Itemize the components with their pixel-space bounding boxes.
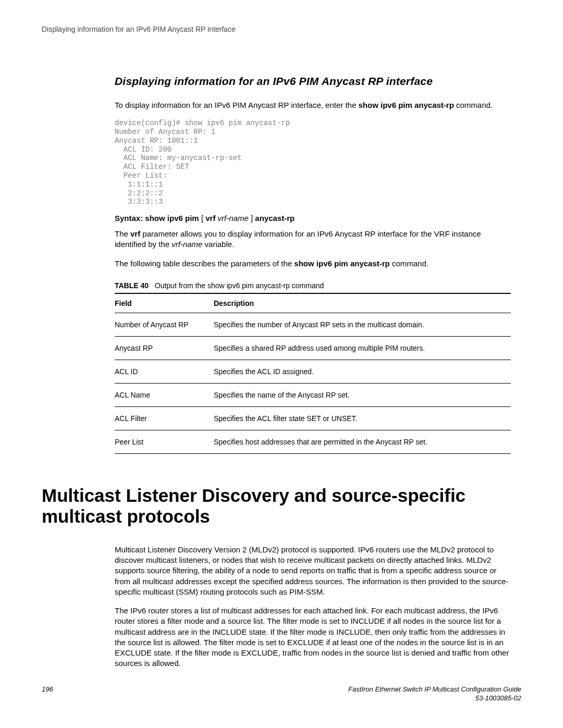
page-footer: 196 FastIron Ethernet Switch IP Multicas…: [42, 685, 521, 703]
table-lead-a: The following table describes the parame…: [115, 259, 294, 268]
syntax-cmd1: show ipv6 pim: [145, 214, 199, 223]
table-row: Number of Anycast RP Specifies the numbe…: [115, 313, 511, 336]
table-header-row: Field Description: [115, 293, 511, 313]
vrf-text-e: variable.: [202, 240, 234, 249]
footer-book-title: FastIron Ethernet Switch IP Multicast Co…: [348, 685, 521, 693]
cell-field: ACL Filter: [115, 406, 214, 430]
table-row: Peer List Specifies host addresses that …: [115, 430, 511, 453]
cell-field: Anycast RP: [115, 336, 214, 360]
footer-doc-number: 53-1003085-02: [475, 694, 521, 702]
th-desc: Description: [214, 293, 511, 313]
cell-desc: Specifies the ACL ID assigned.: [214, 360, 511, 383]
intro-text-pre: To display information for an IPv6 PIM A…: [115, 101, 358, 109]
table-row: ACL ID Specifies the ACL ID assigned.: [115, 360, 511, 383]
mld-paragraph-1: Multicast Listener Discovery Version 2 (…: [115, 545, 511, 597]
cell-desc: Specifies the name of the Anycast RP set…: [214, 383, 511, 406]
syntax-bracket-close: ]: [251, 214, 253, 223]
cell-desc: Specifies the ACL filter state SET or UN…: [214, 406, 511, 430]
cell-field: Peer List: [115, 430, 214, 453]
table-number: TABLE 40: [115, 281, 149, 290]
cell-field: ACL ID: [115, 360, 214, 383]
page-number: 196: [42, 685, 53, 693]
intro-paragraph: To display information for an IPv6 PIM A…: [115, 100, 511, 110]
table-row: ACL Filter Specifies the ACL filter stat…: [115, 406, 511, 430]
mld-paragraph-2: The IPv6 router stores a list of multica…: [115, 606, 511, 669]
running-header: Displaying information for an IPv6 PIM A…: [42, 25, 521, 33]
table-lead: The following table describes the parame…: [115, 258, 511, 269]
syntax-vrf-arg: vrf-name: [218, 214, 249, 223]
syntax-label: Syntax:: [115, 214, 143, 223]
cell-desc: Specifies a shared RP address used among…: [214, 336, 511, 360]
parameters-table: Field Description Number of Anycast RP S…: [115, 293, 511, 454]
table-caption: TABLE 40 Output from the show ipv6 pim a…: [115, 281, 511, 290]
syntax-bracket-open: [: [201, 214, 203, 223]
syntax-vrf-kw: vrf: [205, 214, 215, 223]
th-field: Field: [115, 293, 214, 313]
cli-output: device(config)# show ipv6 pim anycast-rp…: [115, 119, 511, 206]
table-lead-b: command.: [390, 259, 429, 268]
intro-text-post: command.: [454, 101, 493, 109]
vrf-paragraph: The vrf parameter allows you to display …: [115, 229, 511, 250]
cell-desc: Specifies the number of Anycast RP sets …: [214, 313, 511, 336]
cell-desc: Specifies host addresses that are permit…: [214, 430, 511, 453]
vrf-text-a: The: [115, 229, 130, 238]
vrf-arg: vrf-name: [172, 240, 202, 249]
intro-command: show ipv6 pim anycast-rp: [358, 101, 454, 109]
section-heading-mld: Multicast Listener Discovery and source-…: [42, 485, 521, 527]
cell-field: Number of Anycast RP: [115, 313, 214, 336]
syntax-line: Syntax: show ipv6 pim [ vrf vrf-name ] a…: [115, 214, 511, 223]
section-heading: Displaying information for an IPv6 PIM A…: [115, 75, 511, 88]
document-page: Displaying information for an IPv6 PIM A…: [0, 0, 563, 728]
table-row: ACL Name Specifies the name of the Anyca…: [115, 383, 511, 406]
table-caption-text: Output from the show ipv6 pim anycast-rp…: [155, 281, 324, 290]
section-anycast-rp: Displaying information for an IPv6 PIM A…: [115, 75, 511, 454]
vrf-text-c: parameter allows you to display informat…: [115, 229, 481, 249]
table-lead-cmd: show ipv6 pim anycast-rp: [294, 259, 389, 268]
section-mld-body: Multicast Listener Discovery Version 2 (…: [115, 545, 511, 669]
vrf-kw: vrf: [130, 229, 140, 238]
cell-field: ACL Name: [115, 383, 214, 406]
table-row: Anycast RP Specifies a shared RP address…: [115, 336, 511, 360]
syntax-cmd2: anycast-rp: [255, 214, 295, 223]
